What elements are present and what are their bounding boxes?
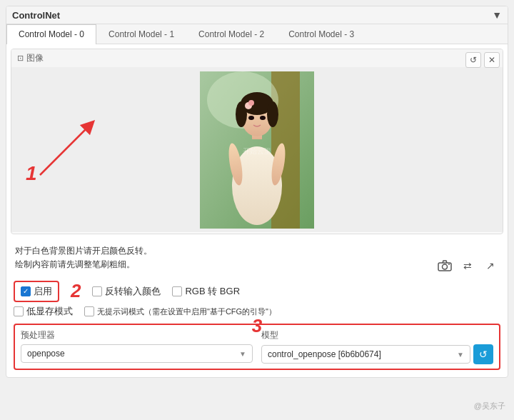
annotation-number-2: 2 — [71, 280, 81, 302]
no-prompt-checkbox[interactable] — [84, 306, 94, 316]
low-mem-checkbox[interactable] — [14, 306, 24, 316]
svg-point-12 — [260, 116, 266, 120]
preprocessor-value: openpose — [27, 349, 65, 359]
watermark-text: @吴东子 — [474, 401, 505, 411]
no-prompt-label: 无提示词模式（需在设置中启用"基于CFG的引导"） — [97, 306, 276, 317]
image-header-icon: ⊡ — [17, 54, 24, 63]
svg-point-19 — [443, 264, 448, 269]
tab-control-model-3[interactable]: Control Model - 3 — [276, 24, 366, 44]
options-row-1: 启用 2 反转输入颜色 RGB 转 BGR — [11, 279, 503, 304]
preprocessor-field-group: 预处理器 openpose ▼ — [21, 329, 253, 364]
invert-checkbox[interactable] — [92, 286, 102, 296]
model-dropdown-arrow: ▼ — [457, 351, 464, 359]
enable-checkbox[interactable] — [21, 286, 31, 296]
svg-line-17 — [40, 125, 90, 175]
model-select[interactable]: control_openpose [6b6b0674] ▼ — [261, 345, 470, 364]
camera-icon[interactable] — [436, 257, 453, 274]
info-line-1: 对于白色背景图片请开启颜色反转。 — [15, 244, 152, 258]
close-image-button[interactable]: ✕ — [484, 52, 500, 68]
model-field-group: 模型 control_openpose [6b6b0674] ▼ ↺ — [261, 329, 493, 364]
preprocessor-select[interactable]: openpose ▼ — [21, 344, 253, 363]
arrow-svg — [26, 111, 111, 182]
preprocessor-section: 3 预处理器 openpose ▼ 模型 control_openpose [6… — [14, 324, 500, 370]
invert-label: 反转输入颜色 — [105, 285, 161, 298]
rgb-label: RGB 转 BGR — [185, 285, 240, 298]
svg-point-10 — [248, 100, 254, 106]
info-line-2: 绘制内容前请先调整笔刷粗细。 — [15, 258, 152, 271]
model-select-row: control_openpose [6b6b0674] ▼ ↺ — [261, 344, 493, 364]
uploaded-image: 开始云里 — [200, 71, 314, 229]
low-mem-label: 低显存模式 — [26, 305, 73, 318]
panel-title: ControlNet — [12, 10, 60, 21]
arrow-annotation: 1 — [26, 111, 111, 184]
annotation-number-1: 1 — [26, 162, 37, 185]
tab-control-model-1[interactable]: Control Model - 1 — [96, 24, 186, 44]
info-text-block: 对于白色背景图片请开启颜色反转。 绘制内容前请先调整笔刷粗细。 — [12, 240, 155, 276]
swap-icon[interactable]: ⇄ — [459, 257, 476, 274]
model-refresh-button[interactable]: ↺ — [473, 344, 493, 364]
reset-image-button[interactable]: ↺ — [465, 52, 481, 68]
preprocessor-field-label: 预处理器 — [21, 329, 253, 341]
info-row: 对于白色背景图片请开启颜色反转。 绘制内容前请先调整笔刷粗细。 ⇄ ↗ — [11, 240, 503, 279]
image-upload-header: ⊡ 图像 — [11, 49, 503, 68]
rgb-checkbox[interactable] — [172, 286, 182, 296]
content-area: ⊡ 图像 ↺ ✕ ✎ — [6, 44, 508, 377]
action-icons-group: ⇄ ↗ — [433, 256, 502, 276]
rgb-option[interactable]: RGB 转 BGR — [172, 285, 240, 298]
annotation-number-3: 3 — [252, 315, 262, 337]
image-container: 开始云里 1 — [11, 68, 503, 232]
image-controls: ↺ ✕ — [465, 52, 500, 68]
send-icon[interactable]: ↗ — [482, 257, 499, 274]
tab-bar: Control Model - 0 Control Model - 1 Cont… — [6, 24, 508, 44]
tab-control-model-0[interactable]: Control Model - 0 — [6, 24, 96, 44]
svg-point-20 — [448, 264, 450, 265]
model-field-label: 模型 — [261, 329, 493, 341]
no-prompt-option[interactable]: 无提示词模式（需在设置中启用"基于CFG的引导"） — [84, 306, 500, 317]
tab-control-model-2[interactable]: Control Model - 2 — [186, 24, 276, 44]
enable-group: 启用 2 — [14, 280, 81, 302]
svg-point-8 — [267, 101, 278, 127]
enable-label: 启用 — [34, 285, 52, 298]
person-image-svg: 开始云里 — [200, 71, 314, 229]
invert-option[interactable]: 反转输入颜色 — [92, 285, 161, 298]
low-mem-option[interactable]: 低显存模式 — [14, 305, 73, 318]
panel-header: ControlNet ▼ — [6, 6, 508, 24]
svg-text:开始云里: 开始云里 — [243, 147, 271, 155]
camera-svg — [438, 260, 452, 271]
controlnet-panel: ControlNet ▼ Control Model - 0 Control M… — [6, 6, 508, 378]
preprocessor-dropdown-arrow: ▼ — [239, 350, 246, 358]
image-upload-area[interactable]: ⊡ 图像 ↺ ✕ ✎ — [11, 49, 503, 234]
collapse-button[interactable]: ▼ — [492, 9, 502, 21]
enable-section: 启用 — [14, 281, 59, 302]
model-value: control_openpose [6b6b0674] — [268, 349, 381, 359]
svg-point-11 — [248, 116, 254, 120]
image-header-label: 图像 — [26, 52, 44, 64]
